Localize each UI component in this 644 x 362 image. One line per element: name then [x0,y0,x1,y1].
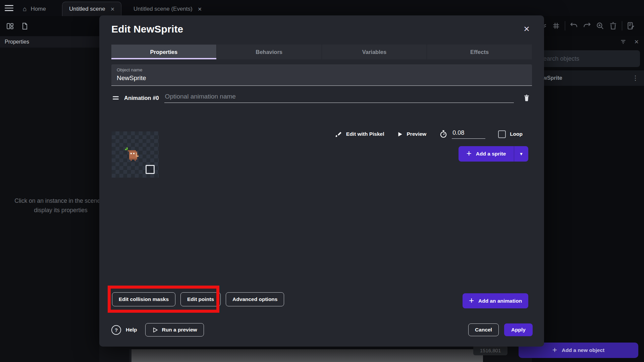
tab-untitled-scene[interactable]: Untitled scene × [62,2,121,16]
run-preview-button[interactable]: Run a preview [145,323,204,337]
hamburger-menu-icon[interactable] [5,5,13,11]
add-animation-label: Add an animation [478,298,522,304]
advanced-options-button[interactable]: Advanced options [226,292,284,306]
dialog-footer: ? Help Run a preview Cancel Apply [111,323,533,337]
dialog-close-icon[interactable]: × [521,23,533,35]
close-tab-icon[interactable]: × [198,6,202,12]
play-outline-icon [152,327,158,333]
help-label: Help [126,327,137,333]
object-name-field[interactable]: Object name NewSprite [111,64,532,86]
drag-handle-icon[interactable] [113,96,119,100]
apply-button[interactable]: Apply [504,323,533,336]
undo-icon[interactable] [570,21,578,30]
filter-icon[interactable] [620,38,627,46]
cancel-button[interactable]: Cancel [468,323,499,336]
search-objects-input[interactable] [534,50,640,67]
preview-button[interactable]: Preview [407,131,427,137]
delete-animation-icon[interactable] [523,94,531,102]
close-tab-icon[interactable]: × [111,6,115,12]
plus-icon: + [469,295,474,306]
edit-scene-properties-icon[interactable] [627,21,635,30]
properties-panel: Properties Click on an instance in the s… [0,36,99,362]
edit-with-piskel-button[interactable]: Edit with Piskel [346,131,384,137]
loop-label: Loop [510,131,523,137]
zoom-in-icon[interactable] [596,21,604,30]
add-sprite-dropdown-caret[interactable]: ▾ [514,146,528,162]
sprite-thumbnail[interactable] [112,131,159,178]
trash-icon[interactable] [609,21,618,30]
scene-canvas-strip [131,349,483,362]
stopwatch-icon [439,130,448,138]
dialog-tab-effects[interactable]: Effects [427,45,532,59]
dialog-tab-variables[interactable]: Variables [322,45,427,59]
grid-icon[interactable] [552,21,560,30]
plus-icon: + [467,148,472,159]
toolbar-divider [565,21,565,31]
tab-untitled-scene-events[interactable]: Untitled scene (Events) × [127,2,208,16]
add-sprite-label: Add a sprite [476,151,506,157]
dialog-title: Edit NewSprite [111,23,183,35]
add-new-object-label: Add a new object [562,347,604,353]
dialog-tab-properties[interactable]: Properties [111,45,216,59]
help-icon: ? [111,325,121,335]
dialog-tab-label: Effects [470,49,489,55]
loop-checkbox[interactable] [498,130,506,138]
panel-layout-icon[interactable] [6,22,14,30]
add-sprite-split-button: + Add a sprite ▾ [459,146,528,162]
animation-label: Animation #0 [124,95,159,101]
pig-sprite-image [124,147,141,162]
tab-scene-label: Untitled scene [69,6,105,12]
kebab-menu-icon[interactable]: ⋮ [632,76,639,80]
edit-tools-row: Edit collision masks Edit points Advance… [112,292,284,306]
sprite-select-checkbox[interactable] [146,165,155,174]
top-tab-bar: ⌂ Home Untitled scene × Untitled scene (… [0,0,644,16]
dialog-tab-label: Properties [150,49,178,55]
tab-events-label: Untitled scene (Events) [133,6,193,12]
object-list-item[interactable]: NewSprite ⋮ [532,70,644,86]
properties-panel-title: Properties [0,36,99,48]
animation-controls-row: Edit with Piskel Preview Loop [334,129,523,139]
home-icon: ⌂ [23,6,26,12]
add-animation-button[interactable]: + Add an animation [463,293,528,308]
edit-collision-masks-button[interactable]: Edit collision masks [112,292,175,306]
add-sprite-button[interactable]: + Add a sprite [459,146,514,162]
play-icon [397,131,403,137]
tab-home[interactable]: ⌂ Home [16,2,53,16]
run-preview-label: Run a preview [162,327,197,333]
dialog-tabs: Properties Behaviors Variables Effects [111,45,532,59]
object-name-field-label: Object name [117,67,527,72]
redo-icon[interactable] [583,21,591,30]
dialog-tab-behaviors[interactable]: Behaviors [216,45,322,59]
edit-sprite-dialog: Edit NewSprite × Properties Behaviors Va… [99,15,544,347]
dialog-tab-label: Variables [362,49,386,55]
animation-name-input[interactable] [164,93,514,103]
tab-home-label: Home [31,6,46,12]
animation-row: Animation #0 [113,92,531,104]
app-window: ⌂ Home Untitled scene × Untitled scene (… [0,0,644,362]
frame-duration-input[interactable] [452,129,485,139]
close-panel-icon[interactable]: × [634,38,639,46]
save-file-icon[interactable] [21,22,29,30]
edit-points-button[interactable]: Edit points [180,292,221,306]
help-button[interactable]: ? Help [111,325,137,335]
cursor-coordinates-badge: 1516,801 [473,345,507,355]
object-name-field-value: NewSprite [117,74,527,82]
toolbar-divider [622,21,622,31]
dialog-tab-label: Behaviors [256,49,282,55]
plus-icon: + [552,345,557,355]
brush-icon [334,130,342,138]
search-objects-box [534,50,640,67]
active-tab-underline [111,58,216,59]
objects-panel: × NewSprite ⋮ [532,36,644,362]
